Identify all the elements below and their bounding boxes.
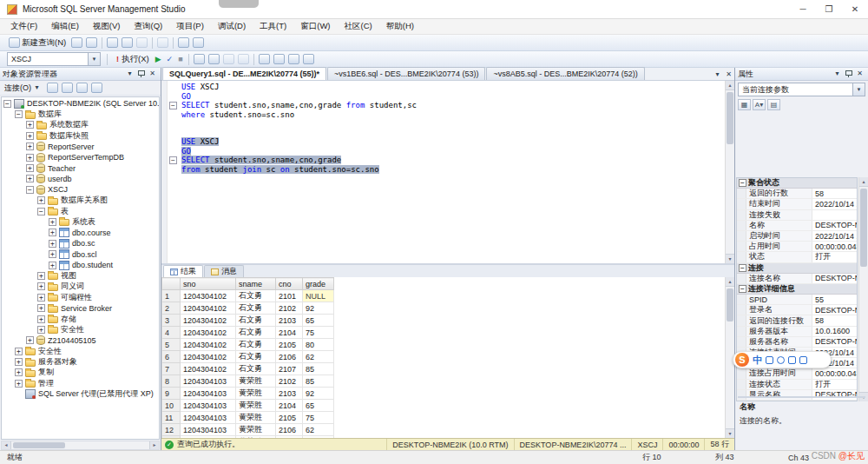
collapse-icon[interactable]: − [739,264,746,272]
row-number-cell[interactable]: 9 [162,388,181,400]
menu-item[interactable]: 查询(Q) [127,19,169,34]
show-results-pane-icon[interactable] [194,54,205,64]
scroll-up-icon[interactable]: ▴ [726,81,734,90]
expand-icon[interactable]: + [26,175,34,182]
tree-item[interactable]: −数据库 [2,109,159,119]
tree-item[interactable]: +复制 [2,368,159,378]
row-number-cell[interactable]: 10 [162,400,181,412]
debug-play-icon[interactable]: ▶ [155,55,161,63]
expand-icon[interactable]: + [15,358,23,366]
property-value[interactable]: 55 [812,295,857,304]
grid-cell[interactable]: 1204304103 [181,412,236,424]
grid-cell[interactable]: 2105 [276,412,303,424]
save-icon[interactable] [122,37,133,48]
grid-cell[interactable]: 石文勇 [236,290,276,302]
tab-messages[interactable]: 消息 [204,265,244,277]
property-value[interactable]: DESKTOP-NBME2IK [812,221,857,229]
tree-item[interactable]: −表 [2,206,159,216]
grid-cell[interactable]: 92 [303,388,334,400]
tree-item[interactable]: +dbo.scl [2,249,159,259]
expand-icon[interactable]: + [37,272,45,280]
expand-icon[interactable]: + [37,304,45,312]
scroll-thumb[interactable] [13,442,65,448]
expand-icon[interactable]: + [26,164,34,172]
chevron-down-icon[interactable]: ▼ [852,83,865,96]
expand-icon[interactable]: + [15,348,23,355]
editor-line[interactable]: from student join sc on student.sno=sc.s… [169,165,723,175]
parse-check-icon[interactable]: ✓ [167,55,174,63]
tree-item[interactable]: +系统数据库 [2,120,159,130]
grid-cell[interactable]: 1204304103 [181,424,236,436]
grid-cell[interactable]: 黄荣胜 [236,424,276,436]
grid-cell[interactable]: 1204304103 [181,388,236,400]
expand-icon[interactable]: + [49,218,56,226]
table-row[interactable]: 31204304102石文勇210365 [162,315,334,327]
outdent-icon[interactable] [303,54,314,64]
property-row[interactable]: SPID55 [737,295,857,305]
grid-cell[interactable]: 1204304103 [181,375,236,388]
expand-icon[interactable]: + [37,326,45,334]
expand-icon[interactable]: + [49,229,56,236]
row-number-cell[interactable]: 2 [162,302,181,315]
grid-cell[interactable]: NULL [303,290,334,302]
table-row[interactable]: 91204304103黄荣胜210392 [162,388,334,400]
column-header[interactable]: cno [276,278,303,290]
property-value[interactable]: DESKTOP-NBME2IK [812,337,857,346]
database-engine-query-icon[interactable] [71,37,82,48]
tree-item[interactable]: +dbo.course [2,228,159,238]
property-row[interactable]: 结束时间2022/10/14 11:29:2 [737,199,857,209]
tree-item[interactable]: +可编程性 [2,292,159,302]
document-tab[interactable]: SQLQuery1.sql - DE...ME2IK\20774 (55))* [162,67,326,80]
scroll-left-icon[interactable]: ◂ [2,441,11,449]
tree-item[interactable]: +dbo.student [2,260,159,270]
expand-icon[interactable]: + [26,143,34,150]
properties-object-combo[interactable]: 当前连接参数 ▼ [738,83,865,96]
collapse-icon[interactable]: − [15,110,23,118]
ime-toolbox-icon[interactable] [799,356,807,364]
indent-icon[interactable] [288,54,299,64]
grid-cell[interactable]: 75 [303,327,334,339]
tree-item[interactable]: SQL Server 代理(已禁用代理 XP) [2,389,159,400]
menu-item[interactable]: 编辑(E) [44,19,86,34]
tree-item[interactable]: +Z2104405105 [2,335,159,346]
grid-cell[interactable]: 2104 [276,400,303,412]
expand-icon[interactable]: + [26,121,34,129]
maximize-button[interactable]: ❐ [816,0,842,18]
menu-item[interactable]: 工具(T) [253,19,293,34]
table-row[interactable]: 61204304102石文勇210662 [162,351,334,363]
tree-item[interactable]: +安全性 [2,324,159,335]
tree-item[interactable]: +userdb [2,174,159,184]
row-number-cell[interactable]: 12 [162,424,181,436]
property-row[interactable]: 服务器版本10.0.1600 [737,327,857,337]
editor-vscrollbar[interactable]: ▴ ▾ [725,81,734,263]
expand-icon[interactable]: + [26,336,34,344]
tree-item[interactable]: +ReportServer [2,142,159,152]
property-section[interactable]: −聚合状态 [737,178,857,189]
tree-item[interactable]: −XSCJ [2,184,159,195]
grid-cell[interactable]: 黄荣胜 [236,375,276,388]
editor-line[interactable] [169,129,723,138]
grid-cell[interactable]: 75 [303,412,334,424]
grid-cell[interactable]: 石文勇 [236,302,276,315]
tree-item[interactable]: +存储 [2,314,159,324]
comment-icon[interactable] [259,54,270,64]
column-header[interactable]: grade [303,278,334,290]
property-value[interactable]: 2022/10/14 11:29:2 [812,232,857,241]
grid-cell[interactable]: 1204304102 [181,363,236,375]
editor-line[interactable] [169,119,723,129]
chevron-down-icon[interactable]: ▾ [832,69,843,79]
grid-cell[interactable]: 2102 [276,302,303,315]
table-row[interactable]: 41204304102石文勇210475 [162,327,334,339]
save-all-icon[interactable] [136,37,148,48]
expand-icon[interactable]: + [37,294,45,302]
grid-cell[interactable]: 2105 [276,339,303,351]
query-options-icon[interactable] [208,54,220,64]
stop-icon[interactable] [62,83,73,93]
property-value[interactable]: 00:00:00.043 [812,369,857,378]
minimize-button[interactable]: ─ [790,0,816,18]
expand-icon[interactable]: + [26,132,34,140]
grid-cell[interactable]: 黄荣胜 [236,412,276,424]
grid-cell[interactable]: 2107 [276,363,303,375]
row-number-cell[interactable]: 8 [162,375,181,388]
property-row[interactable]: 登录名DESKTOP-NBME2IK [737,305,857,315]
